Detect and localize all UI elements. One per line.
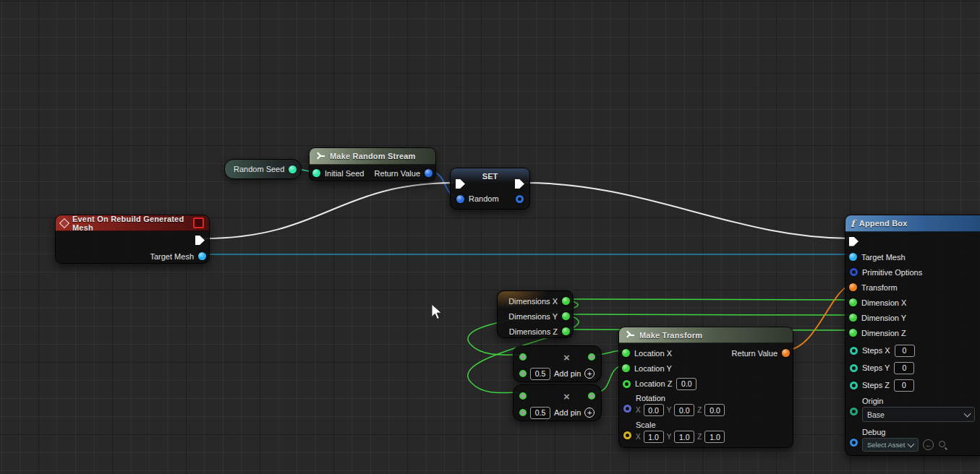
multiply2-input-a-pin[interactable] <box>519 392 527 400</box>
node-multiply-1[interactable]: × 0.5 Add pin + <box>513 345 602 382</box>
rotation-pin[interactable] <box>623 405 631 413</box>
dimension-x-pin[interactable] <box>849 298 857 306</box>
scale-y-axis-label: Y <box>667 433 672 441</box>
multiply2-input-b-pin[interactable] <box>519 409 527 416</box>
event-icon <box>59 217 69 228</box>
steps-z-pin[interactable] <box>850 382 858 389</box>
wire-dimx-appendbox <box>565 299 851 300</box>
steps-x-pin[interactable] <box>850 347 858 355</box>
scale-x-value-box[interactable]: 1.0 <box>644 431 664 443</box>
mt-return-value-pin[interactable] <box>782 349 790 357</box>
origin-label: Origin <box>862 397 980 405</box>
node-make-transform[interactable]: Make Transform Location X Return Value L… <box>618 327 793 448</box>
browse-asset-icon[interactable] <box>938 440 947 449</box>
node-multiply-2[interactable]: × 0.5 Add pin + <box>513 384 602 421</box>
steps-x-label: Steps X <box>862 346 890 355</box>
random-seed-output-pin[interactable] <box>289 165 297 173</box>
multiply2-add-pin-label: Add pin <box>554 408 581 417</box>
multiply1-input-a-pin[interactable] <box>519 353 527 361</box>
multiply2-operator: × <box>563 391 570 402</box>
location-y-pin[interactable] <box>622 364 630 372</box>
make-random-stream-header[interactable]: Make Random Stream <box>310 148 435 165</box>
multiply2-add-pin-button[interactable]: + <box>584 408 595 418</box>
use-selected-asset-icon[interactable]: ← <box>923 439 934 450</box>
primitive-options-label: Primitive Options <box>862 268 922 277</box>
return-value-pin[interactable] <box>425 169 433 177</box>
multiply1-output-pin[interactable] <box>588 353 595 361</box>
pure-function-icon <box>624 331 635 339</box>
event-red-badge-icon[interactable] <box>193 217 204 228</box>
node-dimensions[interactable]: Dimensions X Dimensions Y Dimensions Z <box>497 290 574 338</box>
node-random-seed[interactable]: Random Seed <box>224 159 302 179</box>
steps-x-value-box[interactable]: 0 <box>895 345 915 357</box>
return-value-label: Return Value <box>375 169 420 178</box>
rotation-x-axis-label: X <box>636 406 641 414</box>
location-z-label: Location Z <box>635 379 672 388</box>
event-header[interactable]: Event On Rebuild Generated Mesh <box>56 215 209 231</box>
mt-return-value-label: Return Value <box>732 349 777 358</box>
debug-asset-dropdown[interactable]: Select Asset <box>862 438 919 452</box>
location-x-pin[interactable] <box>622 349 630 357</box>
appendbox-exec-in-pin[interactable] <box>849 237 858 246</box>
rotation-y-value-box[interactable]: 0.0 <box>674 404 694 416</box>
multiply1-add-pin-button[interactable]: + <box>584 369 595 379</box>
initial-seed-pin[interactable] <box>312 169 320 177</box>
make-transform-header[interactable]: Make Transform <box>619 327 793 343</box>
node-set-random[interactable]: SET Random <box>450 168 530 210</box>
append-box-header[interactable]: f Append Box <box>845 215 980 232</box>
function-icon: f <box>851 218 855 229</box>
dimensions-y-pin[interactable] <box>562 312 570 320</box>
rotation-z-axis-label: Z <box>697 406 702 414</box>
event-target-mesh-pin[interactable] <box>198 252 206 260</box>
origin-pin[interactable] <box>850 408 858 415</box>
dimension-y-label: Dimension Y <box>861 314 906 322</box>
debug-pin[interactable] <box>850 439 858 447</box>
scale-y-value-box[interactable]: 1.0 <box>674 431 694 443</box>
rotation-x-value-box[interactable]: 0.0 <box>644 404 664 416</box>
transform-label: Transform <box>861 283 898 292</box>
blueprint-graph-canvas[interactable]: Random Seed Make Random Stream Initial S… <box>0 0 980 474</box>
multiply1-value-box[interactable]: 0.5 <box>530 368 550 380</box>
multiply2-output-pin[interactable] <box>588 392 595 400</box>
wire-transform <box>786 285 851 350</box>
origin-dropdown[interactable]: Base <box>862 407 975 422</box>
set-random-label: Random <box>469 194 499 203</box>
dimensions-x-pin[interactable] <box>562 297 570 305</box>
set-random-out-pin[interactable] <box>516 195 524 203</box>
steps-y-pin[interactable] <box>850 364 858 372</box>
wire-exec-set-appendbox <box>524 183 851 238</box>
debug-label: Debug <box>862 428 947 436</box>
scale-x-axis-label: X <box>636 433 641 441</box>
primitive-options-pin[interactable] <box>850 268 858 276</box>
transform-pin[interactable] <box>849 283 857 291</box>
append-box-title: Append Box <box>859 219 908 228</box>
node-make-random-stream[interactable]: Make Random Stream Initial Seed Return V… <box>309 147 436 181</box>
multiply1-input-b-pin[interactable] <box>519 370 527 377</box>
location-z-pin[interactable] <box>623 380 631 388</box>
location-z-value-box[interactable]: 0.0 <box>676 378 696 390</box>
pure-function-icon <box>315 152 325 160</box>
random-seed-label: Random Seed <box>234 165 284 173</box>
appendbox-target-mesh-pin[interactable] <box>849 253 857 261</box>
dimensions-z-pin[interactable] <box>562 327 570 335</box>
steps-z-value-box[interactable]: 0 <box>894 379 914 392</box>
dimension-y-pin[interactable] <box>849 314 857 322</box>
dimension-z-label: Dimension Z <box>861 329 906 337</box>
chevron-down-icon <box>908 440 915 447</box>
steps-y-value-box[interactable]: 0 <box>894 362 914 374</box>
set-random-in-pin[interactable] <box>456 195 464 203</box>
mouse-cursor <box>431 303 446 321</box>
make-transform-title: Make Transform <box>639 331 702 340</box>
rotation-z-value-box[interactable]: 0.0 <box>704 404 725 416</box>
scale-label: Scale <box>636 421 725 429</box>
node-append-box[interactable]: f Append Box Target Mesh Primitive Optio… <box>845 215 980 456</box>
event-exec-out-pin[interactable] <box>195 236 205 245</box>
dimensions-z-label: Dimensions Z <box>509 327 558 336</box>
scale-pin[interactable] <box>623 431 631 439</box>
dimension-z-pin[interactable] <box>849 329 857 337</box>
scale-z-value-box[interactable]: 1.0 <box>704 431 725 443</box>
multiply1-operator: × <box>563 352 570 363</box>
node-event-on-rebuild[interactable]: Event On Rebuild Generated Mesh Target M… <box>55 215 210 264</box>
dimensions-x-label: Dimensions X <box>508 297 558 306</box>
multiply2-value-box[interactable]: 0.5 <box>530 407 550 419</box>
